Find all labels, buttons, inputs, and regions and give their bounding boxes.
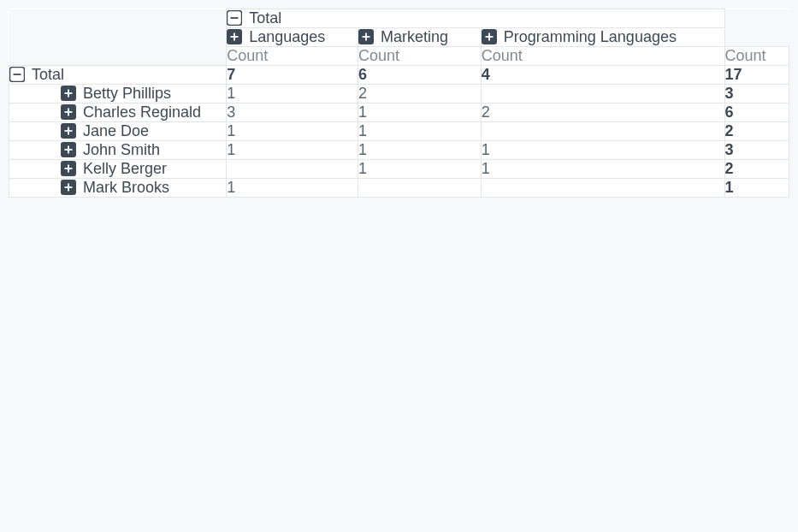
measure-header: Count <box>227 47 358 66</box>
measure-header: Count <box>481 47 724 66</box>
expand-icon[interactable] <box>61 123 76 139</box>
row-total-header[interactable]: Total <box>9 66 227 85</box>
cell-value: 1 <box>227 122 358 141</box>
cell-value: 1 <box>481 141 724 160</box>
cell-value: 2 <box>481 103 724 122</box>
cell-value: 1 <box>358 160 482 179</box>
table-row: John Smith 1 1 1 3 <box>9 141 789 160</box>
expand-icon[interactable] <box>61 180 76 195</box>
row-label: John Smith <box>83 141 160 158</box>
cell-value: 6 <box>358 66 482 85</box>
column-group-label: Programming Languages <box>504 28 677 45</box>
cell-value: 1 <box>724 179 789 198</box>
measure-header: Count <box>724 47 789 66</box>
cell-value: 3 <box>724 141 789 160</box>
table-row: Betty Phillips 1 2 3 <box>9 85 789 103</box>
expand-icon[interactable] <box>227 29 242 44</box>
expand-icon[interactable] <box>61 104 76 120</box>
cell-value: 1 <box>227 179 358 198</box>
cell-value: 1 <box>358 122 482 141</box>
cell-value: 7 <box>227 66 358 85</box>
cell-value: 1 <box>481 160 724 179</box>
row-label: Kelly Berger <box>83 160 167 177</box>
table-row: Charles Reginald 3 1 2 6 <box>9 103 789 122</box>
row-header[interactable]: Betty Phillips <box>9 85 227 103</box>
row-total-label: Total <box>32 66 64 83</box>
expand-icon[interactable] <box>358 29 374 44</box>
cell-value <box>481 85 724 103</box>
cell-value: 6 <box>724 103 789 122</box>
table-row: Mark Brooks 1 1 <box>9 179 789 198</box>
row-header[interactable]: Charles Reginald <box>9 103 227 122</box>
row-total: Total 7 6 4 17 <box>9 66 789 85</box>
blank-corner-right <box>724 9 789 47</box>
cell-value <box>481 179 724 198</box>
collapse-icon[interactable] <box>227 10 242 26</box>
cell-value: 4 <box>481 66 724 85</box>
cell-value: 2 <box>358 85 482 103</box>
collapse-icon[interactable] <box>9 67 25 82</box>
row-header[interactable]: Jane Doe <box>9 122 227 141</box>
row-label: Charles Reginald <box>83 103 201 121</box>
cell-value: 1 <box>358 141 482 160</box>
row-header[interactable]: Mark Brooks <box>9 179 227 198</box>
row-label: Betty Phillips <box>83 85 171 102</box>
expand-icon[interactable] <box>61 86 76 101</box>
cell-value: 2 <box>724 160 789 179</box>
cell-value <box>481 122 724 141</box>
column-group-marketing[interactable]: Marketing <box>358 28 482 47</box>
expand-icon[interactable] <box>482 29 497 44</box>
cell-value: 3 <box>227 103 358 122</box>
expand-icon[interactable] <box>61 142 76 157</box>
column-group-label: Marketing <box>381 28 448 45</box>
column-group-label: Languages <box>249 28 325 45</box>
cell-value: 1 <box>227 85 358 103</box>
expand-icon[interactable] <box>61 161 76 176</box>
table-row: Kelly Berger 1 1 2 <box>9 160 789 179</box>
pivot-table: Total Languages Marketing Programming La… <box>9 9 789 198</box>
row-label: Mark Brooks <box>83 179 169 196</box>
column-total-header[interactable]: Total <box>227 9 724 28</box>
row-header[interactable]: John Smith <box>9 141 227 160</box>
cell-value <box>227 160 358 179</box>
cell-value: 1 <box>227 141 358 160</box>
cell-value: 17 <box>724 66 789 85</box>
cell-value: 1 <box>358 103 482 122</box>
column-group-languages[interactable]: Languages <box>227 28 358 47</box>
column-group-programming[interactable]: Programming Languages <box>481 28 724 47</box>
measure-header: Count <box>358 47 482 66</box>
cell-value <box>358 179 482 198</box>
blank-corner <box>9 9 227 66</box>
column-total-label: Total <box>249 9 281 27</box>
cell-value: 3 <box>724 85 789 103</box>
row-header[interactable]: Kelly Berger <box>9 160 227 179</box>
cell-value: 2 <box>724 122 789 141</box>
table-row: Jane Doe 1 1 2 <box>9 122 789 141</box>
row-label: Jane Doe <box>83 122 149 139</box>
